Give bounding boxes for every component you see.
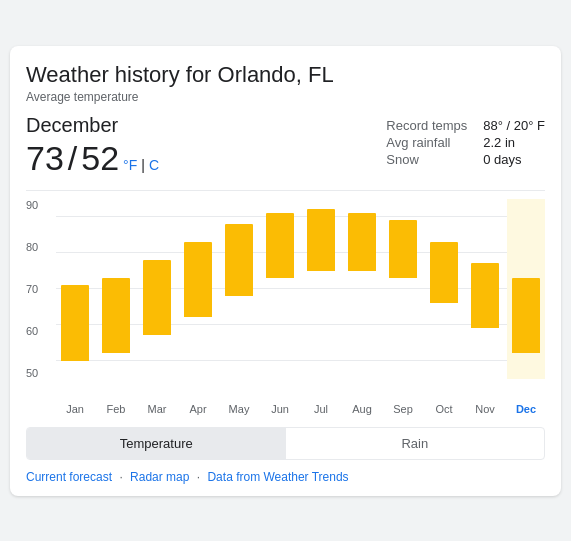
bar-group[interactable] xyxy=(220,199,258,379)
bar-group[interactable] xyxy=(179,199,217,379)
temperature-bar xyxy=(61,285,90,361)
snow-label: Snow xyxy=(386,152,467,167)
temperature-bar xyxy=(184,242,213,318)
x-axis-label: Jul xyxy=(302,403,340,415)
tabs: TemperatureRain xyxy=(26,427,545,460)
y-axis-label: 90 xyxy=(26,199,38,211)
tab-temperature[interactable]: Temperature xyxy=(27,428,286,459)
temperature-bar xyxy=(266,213,295,278)
x-axis-label: Jan xyxy=(56,403,94,415)
y-axis-label: 50 xyxy=(26,367,38,379)
x-axis-label: Aug xyxy=(343,403,381,415)
x-axis-label: Mar xyxy=(138,403,176,415)
x-axis-label: Apr xyxy=(179,403,217,415)
x-axis-label: Oct xyxy=(425,403,463,415)
weather-card: Weather history for Orlando, FL Average … xyxy=(10,46,561,496)
temperature-bar xyxy=(512,278,541,354)
bar-group[interactable] xyxy=(507,199,545,379)
bar-group[interactable] xyxy=(56,199,94,379)
x-axis-label: Sep xyxy=(384,403,422,415)
temp-unit-c[interactable]: C xyxy=(149,157,159,173)
temp-sep: / xyxy=(68,139,77,178)
bar-group[interactable] xyxy=(261,199,299,379)
bar-group[interactable] xyxy=(138,199,176,379)
y-axis-label: 60 xyxy=(26,325,38,337)
record-label: Record temps xyxy=(386,118,467,133)
y-axis-label: 80 xyxy=(26,241,38,253)
temp-unit-f[interactable]: °F xyxy=(123,157,137,173)
record-value: 88° / 20° F xyxy=(483,118,545,133)
temperature-bar xyxy=(143,260,172,336)
rainfall-value: 2.2 in xyxy=(483,135,545,150)
right-info: Record temps 88° / 20° F Avg rainfall 2.… xyxy=(386,114,545,167)
snow-value: 0 days xyxy=(483,152,545,167)
bar-group[interactable] xyxy=(97,199,135,379)
bar-group[interactable] xyxy=(384,199,422,379)
top-section: December 73 / 52 °F | C Record temps 88°… xyxy=(26,114,545,178)
unit-separator: | xyxy=(141,157,145,173)
x-axis-label: Dec xyxy=(507,403,545,415)
bar-group[interactable] xyxy=(302,199,340,379)
temperature-bar xyxy=(389,220,418,278)
chart-area: 9080706050 xyxy=(56,199,545,399)
temp-low: 52 xyxy=(81,139,119,178)
footer-link[interactable]: Data from Weather Trends xyxy=(207,470,348,484)
footer-link[interactable]: Radar map xyxy=(130,470,189,484)
footer-separator: · xyxy=(116,470,126,484)
temp-high: 73 xyxy=(26,139,64,178)
footer-link[interactable]: Current forecast xyxy=(26,470,112,484)
x-labels: JanFebMarAprMayJunJulAugSepOctNovDec xyxy=(56,403,545,415)
temperature-bar xyxy=(225,224,254,296)
x-axis-label: Feb xyxy=(97,403,135,415)
divider xyxy=(26,190,545,191)
subtitle: Average temperature xyxy=(26,90,545,104)
x-axis-label: Jun xyxy=(261,403,299,415)
temperature-bar xyxy=(471,263,500,328)
month-label: December xyxy=(26,114,386,137)
bars-container xyxy=(56,199,545,379)
temperature-bar xyxy=(102,278,131,354)
left-info: December 73 / 52 °F | C xyxy=(26,114,386,178)
x-axis-label: May xyxy=(220,403,258,415)
rainfall-label: Avg rainfall xyxy=(386,135,467,150)
bar-group[interactable] xyxy=(343,199,381,379)
footer: Current forecast · Radar map · Data from… xyxy=(26,470,545,484)
y-axis-label: 70 xyxy=(26,283,38,295)
temp-display: 73 / 52 °F | C xyxy=(26,139,386,178)
temperature-bar xyxy=(348,213,377,271)
tab-rain[interactable]: Rain xyxy=(286,428,545,459)
temperature-bar xyxy=(307,209,336,270)
x-axis-label: Nov xyxy=(466,403,504,415)
page-title: Weather history for Orlando, FL xyxy=(26,62,545,88)
footer-separator: · xyxy=(193,470,203,484)
bar-group[interactable] xyxy=(425,199,463,379)
y-axis: 9080706050 xyxy=(26,199,38,379)
temperature-bar xyxy=(430,242,459,303)
bar-group[interactable] xyxy=(466,199,504,379)
